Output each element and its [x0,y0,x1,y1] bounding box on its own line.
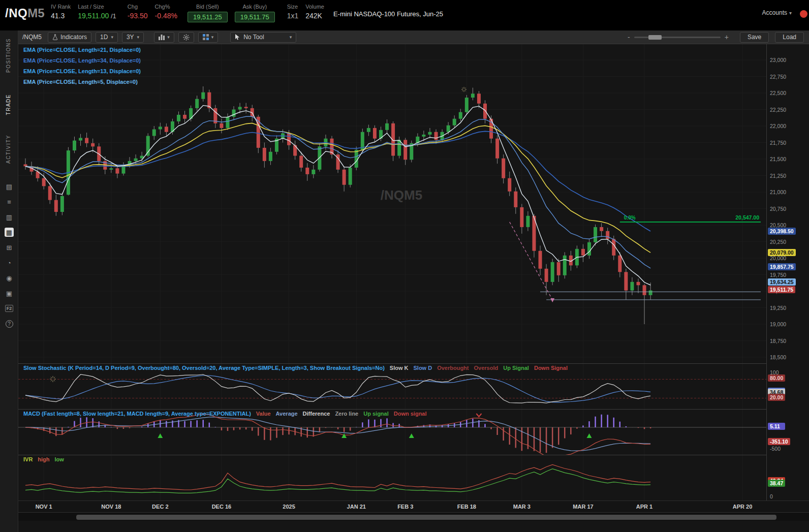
archive-icon[interactable]: ▣ [0,286,18,301]
chart-scrollbar[interactable] [18,512,809,521]
zoom-in-button[interactable]: + [725,33,729,41]
axis-tick: 20,500 [770,222,786,228]
calendar-icon[interactable]: ▥ [0,209,18,225]
contract-description: E-mini NASDAQ-100 Futures, Jun-25 [333,0,443,18]
zoom-slider[interactable] [634,34,721,41]
sidebar-tab-activity[interactable]: ACTIVITY [6,135,11,164]
chevron-down-icon: ▾ [290,35,292,40]
zoom-slider-track [634,37,721,38]
pattern-tool-dropdown[interactable]: ▾ [198,32,219,43]
drawing-tool-dropdown[interactable]: No Tool ▾ [230,32,296,43]
zoom-slider-thumb[interactable] [648,35,662,40]
quotes-list-icon[interactable]: ≡ [0,194,18,209]
scrollbar-thumb[interactable] [76,515,776,520]
legend-item: Zero line [335,411,358,417]
ema-study-label[interactable]: EMA (Price=CLOSE, Length=5, Displace=0) [23,79,141,89]
vertical-gridlines [44,44,742,363]
price-chart[interactable]: /NQM50.0%20,547.00 [18,44,766,363]
accounts-menu[interactable]: Accounts▾ [762,0,792,16]
legend-item: Average [276,411,298,417]
symbol[interactable]: /NQM5 [0,0,51,20]
macd-histogram [25,415,650,453]
ema-study-label[interactable]: EMA (Price=CLOSE, Length=13, Displace=0) [23,68,141,79]
legend-item: Up Signal [503,365,529,371]
legend-item: high [38,456,49,462]
toolbar-right-group: - + Save Load [624,32,805,43]
time-label: FEB 18 [453,504,480,510]
axis-tick: 23,000 [770,57,786,63]
chevron-down-icon: ▾ [789,10,792,16]
left-sidebar: POSITIONS TRADE ACTIVITY ▤≡▥▦⊞◔◉▣F2? [0,30,18,532]
time-label: APR 1 [631,504,658,510]
save-button[interactable]: Save [740,32,769,43]
chart-symbol-label[interactable]: /NQM5 [22,34,42,41]
settings-gear-button[interactable] [178,32,194,43]
timeframe-dropdown[interactable]: 1D▾ [96,32,118,43]
axis-tick: 19,750 [770,272,786,278]
size-field: Size 1x1 [287,0,299,20]
watchlist-grid-icon[interactable]: ⊞ [0,240,18,255]
f2-keys-icon[interactable]: F2 [0,301,18,316]
legend-item: Value [256,411,271,417]
axis-tick: 22,750 [770,74,786,80]
record-indicator-icon[interactable] [800,10,807,18]
sidebar-tab-trade[interactable]: TRADE [6,94,11,115]
study-label[interactable]: IVR [23,456,33,462]
symbol-root: /NQ [5,6,27,20]
news-icon[interactable]: ▤ [0,179,18,194]
field-value: -0.48% [155,12,177,20]
range-dropdown[interactable]: 3Y▾ [122,32,144,43]
legend-item: Slow K [390,365,409,371]
axis-tick: 21,250 [770,173,786,179]
vertical-gridlines [44,455,742,500]
time-axis: NOV 1NOV 18DEC 2DEC 162025JAN 21FEB 3FEB… [18,500,809,512]
price-badge: 38.47 [768,480,785,487]
price-badge: 20.00 [768,394,785,401]
chart-style-dropdown[interactable]: ▾ [154,32,174,43]
price-axis[interactable]: 23,00022,75022,50022,25022,00021,75021,5… [766,44,809,512]
ask-field: Ask (Buy) 19,511.75 [235,0,275,22]
time-label: DEC 2 [147,504,173,510]
help-icon[interactable]: ? [0,316,18,331]
macd-average-line [25,417,650,451]
legend-item: Up signal [363,411,389,417]
ivr-low-line [25,469,650,493]
pattern-grid-icon [203,34,209,40]
axis-tick: 0 [770,493,773,499]
field-label: Ask (Buy) [235,4,275,10]
chart-icon[interactable]: ▦ [0,225,18,240]
time-label: 2025 [276,504,302,510]
ema-study-label[interactable]: EMA (Price=CLOSE, Length=21, Displace=0) [23,47,141,57]
timeframe-value: 1D [100,34,108,41]
community-icon[interactable]: ◉ [0,270,18,286]
chevron-down-icon: ▾ [111,35,113,40]
chart-region: /NQM50.0%20,547.00 EMA (Price=CLOSE, Len… [18,44,809,532]
zoom-out-button[interactable]: - [628,33,630,41]
bid-button[interactable]: 19,511.25 [188,12,228,22]
study-label[interactable]: MACD (Fast length=8, Slow length=21, MAC… [23,411,251,417]
chevron-down-icon: ▾ [167,35,170,40]
field-value: 41.3 [51,12,71,20]
chevron-down-icon: ▾ [137,35,140,40]
field-label: Last / Size [78,4,116,10]
stochastic-legend: Slow Stochastic (K Period=14, D Period=9… [23,365,573,371]
legend-item: Down Signal [534,365,568,371]
ivr-panel[interactable] [18,455,766,500]
time-label: DEC 16 [208,504,235,510]
axis-tick: 21,500 [770,156,786,162]
field-value: -93.50 [128,12,148,20]
study-label[interactable]: Slow Stochastic (K Period=14, D Period=9… [23,365,385,371]
history-icon[interactable]: ◔ [0,255,18,270]
sidebar-tab-positions[interactable]: POSITIONS [6,38,11,73]
price-badge: 5.11 [768,423,785,430]
axis-tick: 22,500 [770,90,786,96]
ema-study-label[interactable]: EMA (Price=CLOSE, Length=34, Displace=0) [23,57,141,68]
time-label: JAN 21 [343,504,369,510]
indicators-button[interactable]: Indicators [48,32,91,43]
volume-field: Volume 242K [305,0,324,20]
load-button[interactable]: Load [775,32,804,43]
legend-item: Down signal [394,411,427,417]
chevron-down-icon: ▾ [211,35,214,40]
ask-button[interactable]: 19,511.75 [235,12,275,22]
chart-toolbar: /NQM5 Indicators 1D▾ 3Y▾ ▾ ▾ No Tool ▾ - [18,30,809,44]
